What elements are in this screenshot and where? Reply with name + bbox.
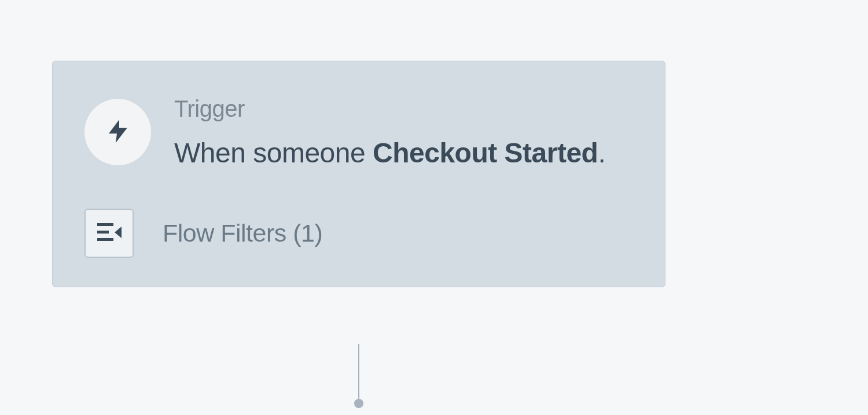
trigger-description-suffix: . [598, 138, 605, 168]
svg-rect-1 [97, 231, 109, 234]
flow-connector-line [358, 344, 359, 407]
trigger-description-prefix: When someone [174, 138, 373, 168]
svg-rect-2 [97, 238, 113, 241]
flow-filters-label: Flow Filters (1) [163, 219, 322, 247]
flow-filters-row[interactable]: Flow Filters (1) [53, 197, 665, 287]
flow-connector-dot [354, 399, 363, 408]
trigger-description: When someone Checkout Started. [174, 132, 633, 174]
filter-icon [96, 221, 123, 246]
trigger-description-bold: Checkout Started [373, 138, 598, 168]
trigger-icon-container [84, 99, 151, 165]
svg-rect-0 [97, 223, 113, 226]
trigger-header: Trigger When someone Checkout Started. [53, 61, 665, 197]
trigger-card[interactable]: Trigger When someone Checkout Started. F… [52, 61, 665, 287]
trigger-text-block: Trigger When someone Checkout Started. [174, 93, 633, 174]
trigger-label: Trigger [174, 96, 633, 122]
filter-icon-container [84, 209, 134, 258]
lightning-bolt-icon [104, 117, 132, 147]
